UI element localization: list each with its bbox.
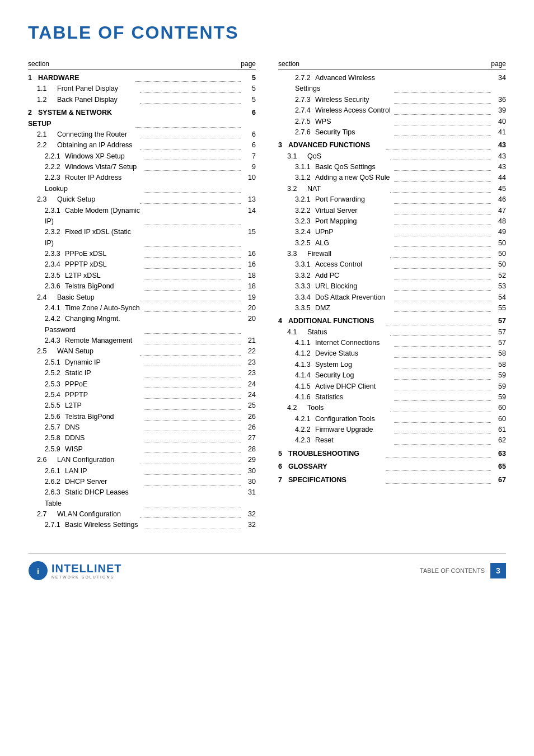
- left-section-header: section: [28, 60, 49, 68]
- entry-label: 3.3.1Access Control: [295, 259, 392, 270]
- entry-num: 3.2.1: [295, 194, 315, 205]
- entry-label: 3.3.2Add PC: [295, 270, 392, 281]
- entry-text: Reset: [315, 436, 334, 444]
- entry-page: 53: [493, 281, 506, 292]
- entry-num: 3.1: [287, 151, 307, 162]
- entry-num: 1.1: [37, 83, 57, 94]
- entry-dots: [144, 171, 241, 193]
- entry-page: 5: [242, 83, 256, 94]
- entry-dots: [394, 412, 491, 423]
- entry-page: 5: [242, 95, 256, 105]
- entry-page: 26: [242, 412, 256, 422]
- entry-page: 28: [242, 444, 256, 455]
- entry-page: 60: [493, 403, 506, 413]
- entry-num: 3.1.2: [295, 172, 315, 183]
- toc-entry: 2.7.1Basic Wireless Settings32: [28, 520, 256, 530]
- entry-text: SYSTEM & NETWORK SETUP: [28, 109, 112, 127]
- entry-page: 20: [242, 314, 256, 335]
- entry-dots: [144, 518, 241, 529]
- entry-text: Wireless Access Control: [315, 106, 391, 114]
- entry-text: Obtaining an IP Address: [57, 141, 133, 149]
- entry-num: 2.5.9: [45, 444, 65, 455]
- toc-entry: 2.3.2Fixed IP xDSL (Static IP)15: [28, 227, 256, 249]
- entry-page: 7: [242, 151, 256, 162]
- toc-entry: 2.7.6Security Tips41: [278, 127, 506, 138]
- entry-label: 2.3.3PPPoE xDSL: [45, 249, 142, 259]
- entry-page: 41: [493, 127, 506, 138]
- entry-label: 2.6.1LAN IP: [45, 466, 142, 477]
- entry-dots: [394, 390, 491, 401]
- entry-page: 57: [493, 338, 506, 348]
- entry-dots: [390, 247, 491, 258]
- entry-dots: [390, 325, 491, 336]
- entry-text: Device Status: [315, 349, 358, 357]
- entry-num: 2.3.5: [45, 270, 65, 281]
- entry-label: 2.2.2Windows Vista/7 Setup: [45, 162, 142, 172]
- entry-dots: [394, 171, 491, 181]
- entry-text: WISP: [65, 445, 83, 453]
- entry-num: 4.2.1: [295, 414, 315, 424]
- entry-label: 4ADDITIONAL FUNCTIONS: [278, 316, 384, 326]
- entry-page: 16: [242, 249, 256, 259]
- entry-page: 49: [493, 227, 506, 237]
- entry-num: 2.6: [37, 455, 57, 465]
- entry-page: 67: [493, 475, 506, 486]
- entry-num: 2.7: [37, 509, 57, 520]
- toc-entry: 4.2.3Reset62: [278, 435, 506, 446]
- entry-dots: [144, 312, 241, 334]
- entry-page: 50: [493, 249, 506, 259]
- entry-label: 4.1.1Internet Connections: [295, 338, 392, 348]
- entry-page: 29: [242, 455, 256, 465]
- toc-entry: 6GLOSSARY65: [278, 461, 506, 472]
- entry-text: NAT: [307, 185, 321, 193]
- entry-label: 2.5.8DDNS: [45, 433, 142, 444]
- entry-dots: [144, 356, 241, 366]
- entry-num: 2.5.1: [45, 357, 65, 368]
- entry-num: 2.5.4: [45, 390, 65, 400]
- entry-dots: [140, 193, 241, 203]
- entry-label: 2.7.4Wireless Access Control: [295, 105, 392, 116]
- entry-num: 4.2.2: [295, 424, 315, 435]
- entry-page: 63: [493, 449, 506, 459]
- entry-page: 36: [493, 95, 506, 105]
- entry-page: 16: [242, 259, 256, 270]
- entry-num: 2.5.5: [45, 400, 65, 411]
- entry-text: Active DHCP Client: [315, 382, 376, 390]
- entry-page: 57: [493, 327, 506, 338]
- entry-dots: [390, 401, 491, 412]
- toc-entry: 1.2Back Panel Display5: [28, 95, 256, 105]
- entry-label: 2.5WAN Setup: [37, 346, 138, 357]
- entry-num: 6: [278, 461, 288, 472]
- entry-dots: [144, 421, 241, 431]
- entry-dots: [144, 464, 241, 475]
- entry-label: 3.3.5DMZ: [295, 303, 392, 314]
- toc-left-column: section page 1HARDWARE51.1Front Panel Di…: [28, 60, 256, 531]
- entry-label: 2.5.2Static IP: [45, 368, 142, 379]
- entry-dots: [140, 291, 241, 301]
- entry-text: Back Panel Display: [57, 96, 118, 104]
- entry-num: 4.1.4: [295, 370, 315, 381]
- entry-page: 60: [493, 414, 506, 424]
- entry-label: 2.3.4PPPTP xDSL: [45, 259, 142, 270]
- entry-label: 2SYSTEM & NETWORK SETUP: [28, 108, 134, 129]
- entry-label: 2.5.6Telstra BigPond: [45, 412, 142, 422]
- entry-text: DMZ: [315, 304, 330, 312]
- entry-label: 2.5.5L2TP: [45, 400, 142, 411]
- entry-dots: [144, 334, 241, 344]
- entry-num: 2.3.4: [45, 259, 65, 270]
- entry-text: L2TP: [65, 402, 82, 409]
- entry-label: 2.3.5L2TP xDSL: [45, 270, 142, 281]
- entry-num: 2.4.3: [45, 335, 65, 346]
- entry-text: Connecting the Router: [57, 130, 127, 138]
- svg-text:i: i: [37, 567, 39, 576]
- entry-page: 27: [242, 433, 256, 444]
- entry-dots: [144, 247, 241, 258]
- entry-label: 2.4.2Changing Mngmt. Password: [45, 314, 142, 335]
- entry-label: 4.1.5Active DHCP Client: [295, 381, 392, 392]
- toc-entry: 2.3.1Cable Modem (Dynamic IP)14: [28, 206, 256, 227]
- entry-text: ALG: [315, 239, 329, 247]
- logo-subtext: NETWORK SOLUTIONS: [51, 575, 122, 579]
- entry-label: 3.3.4DoS Attack Prevention: [295, 292, 392, 303]
- entry-label: 3.2.2Virtual Server: [295, 206, 392, 216]
- entry-text: WPS: [315, 118, 331, 125]
